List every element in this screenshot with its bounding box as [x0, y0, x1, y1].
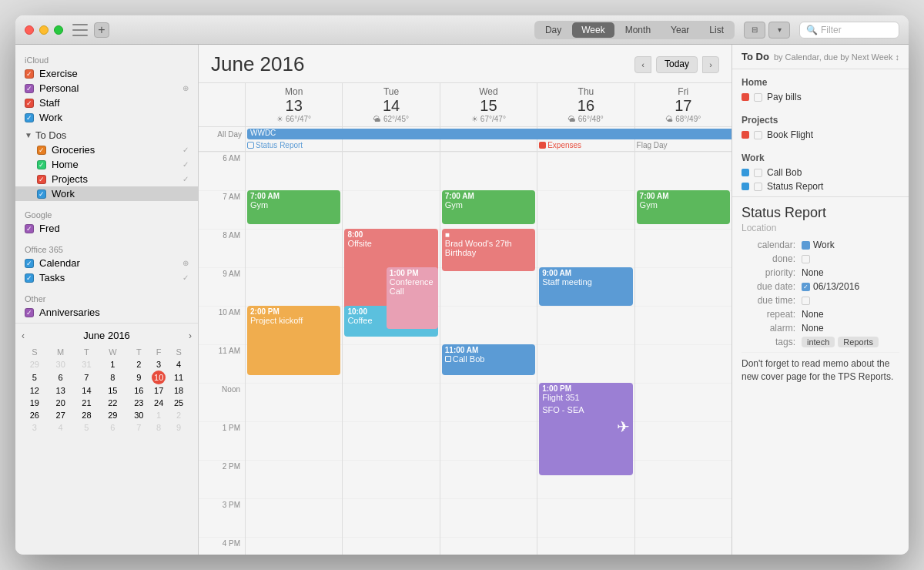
mini-cal-day[interactable]: 18: [166, 384, 192, 397]
mon-gym-event[interactable]: 7:00 AM Gym: [247, 190, 340, 224]
thu-staffmeeting-event[interactable]: 9:00 AM Staff meeting: [539, 267, 632, 306]
mini-cal-day[interactable]: 29: [99, 409, 126, 421]
projects-checkbox[interactable]: ✓: [37, 175, 46, 184]
allday-expenses-event[interactable]: Expenses: [539, 141, 632, 149]
groceries-checkbox[interactable]: ✓: [37, 146, 46, 155]
close-button[interactable]: [25, 25, 34, 35]
prev-week-button[interactable]: ‹: [634, 56, 651, 73]
next-week-button[interactable]: ›: [702, 56, 719, 73]
sidebar-item-tasks[interactable]: ✓ Tasks ✓: [15, 270, 198, 285]
mini-cal-day[interactable]: 27: [48, 409, 74, 421]
view-split-button[interactable]: ⊟: [744, 22, 765, 39]
mini-cal-day[interactable]: 2: [166, 409, 192, 421]
view-dropdown-button[interactable]: ▾: [768, 22, 790, 39]
staff-checkbox[interactable]: ✓: [25, 99, 34, 108]
todo-item-callbob[interactable]: Call Bob: [742, 166, 899, 179]
mini-cal-day[interactable]: 31: [74, 358, 100, 370]
paybills-checkbox[interactable]: [754, 93, 762, 102]
sidebar-toggle-button[interactable]: [72, 24, 88, 36]
sidebar-item-exercise[interactable]: ✓ Exercise: [15, 66, 198, 81]
mini-cal-next[interactable]: ›: [189, 330, 192, 341]
work-checkbox[interactable]: ✓: [25, 113, 34, 122]
tab-day[interactable]: Day: [536, 22, 571, 38]
statusreport-checkbox[interactable]: [754, 183, 762, 191]
allday-status-event[interactable]: Status Report: [247, 141, 340, 149]
sidebar-item-projects[interactable]: ✓ Projects ✓: [15, 172, 198, 186]
duetime-checkbox[interactable]: [802, 297, 810, 305]
tab-week[interactable]: Week: [572, 22, 614, 38]
sidebar-item-groceries[interactable]: ✓ Groceries ✓: [15, 142, 198, 157]
mini-cal-day[interactable]: 17: [152, 384, 166, 397]
exercise-checkbox[interactable]: ✓: [25, 69, 34, 79]
fri-gym-event[interactable]: 7:00 AM Gym: [637, 190, 730, 224]
maximize-button[interactable]: [54, 25, 63, 35]
mini-cal-day[interactable]: 8: [99, 370, 126, 384]
work-todo-checkbox[interactable]: ✓: [37, 189, 46, 199]
wed-callbob-event[interactable]: 11:00 AM Call Bob: [442, 344, 535, 375]
mini-cal-day[interactable]: 16: [126, 384, 152, 397]
mini-cal-day[interactable]: 13: [48, 384, 74, 397]
sidebar-item-staff[interactable]: ✓ Staff: [15, 96, 198, 110]
mini-cal-day[interactable]: 2: [126, 358, 152, 370]
mini-cal-day[interactable]: 6: [99, 421, 126, 434]
time-scroll-area[interactable]: 6 AM 7 AM 8 AM 9 AM 10 AM 11 AM Noon 1 P…: [199, 152, 732, 555]
sidebar-item-calendar[interactable]: ✓ Calendar ⊕: [15, 256, 198, 270]
mini-cal-day[interactable]: 24: [152, 397, 166, 409]
tue-conference-event[interactable]: 1:00 PM Conference Call: [387, 267, 438, 329]
mini-cal-day[interactable]: 3: [152, 358, 166, 370]
done-checkbox[interactable]: [802, 255, 810, 263]
mini-cal-day[interactable]: 22: [99, 397, 126, 409]
tab-list[interactable]: List: [700, 22, 733, 38]
bookflight-checkbox[interactable]: [754, 131, 762, 139]
mini-cal-day[interactable]: 5: [22, 370, 48, 384]
tab-month[interactable]: Month: [616, 22, 660, 38]
todo-item-statusreport[interactable]: Status Report: [742, 179, 899, 193]
mini-cal-day[interactable]: 9: [166, 421, 192, 434]
mini-cal-day[interactable]: 15: [99, 384, 126, 397]
mini-cal-prev[interactable]: ‹: [22, 330, 25, 341]
anniversaries-checkbox[interactable]: ✓: [25, 308, 34, 317]
sidebar-item-anniversaries[interactable]: ✓ Anniversaries: [15, 305, 198, 320]
calendar-checkbox[interactable]: ✓: [25, 259, 34, 268]
personal-checkbox[interactable]: ✓: [25, 84, 34, 93]
mon-project-event[interactable]: 2:00 PM Project kickoff: [247, 306, 340, 375]
mini-cal-day[interactable]: 7: [126, 421, 152, 434]
todo-item-paybills[interactable]: Pay bills: [742, 90, 899, 104]
mini-cal-day[interactable]: 25: [166, 397, 192, 409]
mini-cal-day[interactable]: 12: [22, 384, 48, 397]
mini-cal-day[interactable]: 11: [166, 370, 192, 384]
mini-cal-day[interactable]: 7: [74, 370, 100, 384]
mini-cal-day[interactable]: 9: [126, 370, 152, 384]
mini-cal-day[interactable]: 14: [74, 384, 100, 397]
tag-reports[interactable]: Reports: [838, 337, 879, 347]
tasks-checkbox[interactable]: ✓: [25, 273, 34, 283]
wed-gym-event[interactable]: 7:00 AM Gym: [442, 190, 535, 224]
mini-cal-day[interactable]: 26: [22, 409, 48, 421]
sidebar-item-home[interactable]: ✓ Home ✓: [15, 157, 198, 172]
mini-cal-today[interactable]: 10: [152, 370, 166, 384]
filter-input[interactable]: 🔍 Filter: [799, 22, 899, 39]
todo-sort[interactable]: by Calendar, due by Next Week ↕: [774, 52, 899, 62]
mini-cal-day[interactable]: 20: [48, 397, 74, 409]
todo-item-bookflight[interactable]: Book Flight: [742, 128, 899, 142]
mini-cal-day[interactable]: 1: [99, 358, 126, 370]
mini-cal-day[interactable]: 28: [74, 409, 100, 421]
mini-cal-day[interactable]: 30: [126, 409, 152, 421]
mini-cal-day[interactable]: 6: [48, 370, 74, 384]
fred-checkbox[interactable]: ✓: [25, 224, 34, 233]
todos-collapse-toggle[interactable]: ▼ To Dos: [15, 128, 198, 142]
today-button[interactable]: Today: [656, 56, 698, 73]
tag-intech[interactable]: intech: [802, 337, 835, 347]
mini-cal-day[interactable]: 29: [22, 358, 48, 370]
mini-cal-day[interactable]: 4: [166, 358, 192, 370]
mini-cal-day[interactable]: 5: [74, 421, 100, 434]
callbob-checkbox[interactable]: [754, 169, 762, 177]
mini-cal-day[interactable]: 30: [48, 358, 74, 370]
sidebar-item-fred[interactable]: ✓ Fred: [15, 221, 198, 236]
thu-flight-event[interactable]: 1:00 PM Flight 351 SFO - SEA ✈: [539, 383, 632, 475]
mini-cal-day[interactable]: 21: [74, 397, 100, 409]
duedate-checkbox[interactable]: ✓: [802, 283, 810, 291]
wed-birthday-event[interactable]: ■ Brad Wood's 27th Birthday: [442, 229, 535, 271]
sidebar-item-work[interactable]: ✓ Work: [15, 110, 198, 125]
mini-cal-day[interactable]: 8: [152, 421, 166, 434]
